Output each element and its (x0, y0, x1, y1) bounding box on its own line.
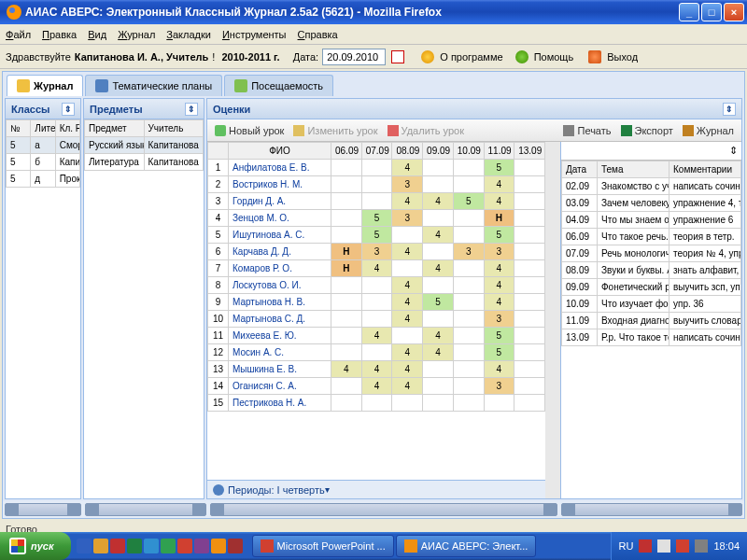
student-row[interactable]: 1Анфилатова Е. В.45 (208, 160, 545, 176)
topic-row[interactable]: 04.09Что мы знаем о руупражнение 6 (562, 212, 741, 229)
classes-table: №ЛитеКл. Ру 5аСморк5бКапит5дПроко (6, 119, 80, 188)
close-button[interactable]: × (724, 3, 744, 21)
student-row[interactable]: 12Мосин А. С.445 (208, 344, 545, 361)
grades-toolbar: Новый урок Изменить урок Удалить урок Пе… (207, 119, 741, 142)
clock[interactable]: 18:04 (713, 540, 740, 552)
ie-icon[interactable] (77, 539, 92, 553)
volume-icon[interactable] (695, 539, 708, 553)
student-row[interactable]: 13Мышкина Е. В.4444 (208, 361, 545, 378)
table-row[interactable]: 5дПроко (7, 171, 80, 188)
edit-lesson-button[interactable]: Изменить урок (289, 123, 381, 138)
topic-row[interactable]: 11.09Входная диагноствыучить словарны (562, 313, 741, 329)
student-row[interactable]: 11Михеева Е. Ю.445 (208, 328, 545, 344)
student-row[interactable]: 5Ишутинова А. С.545 (208, 227, 545, 244)
grades-table[interactable]: ФИО 06.0907.0908.09 09.0910.0911.0913.09… (207, 142, 545, 412)
help-icon[interactable] (515, 50, 529, 63)
excel-icon[interactable] (161, 539, 176, 553)
calendar-icon[interactable] (391, 50, 404, 63)
topics-table[interactable]: ДатаТемаКомментарии 02.09Знакомство с уч… (561, 161, 741, 346)
explorer-icon[interactable] (93, 539, 108, 553)
start-button[interactable]: пуск (0, 532, 71, 560)
attendance-tab-icon (234, 79, 247, 92)
maximize-button[interactable]: □ (701, 3, 722, 21)
topics-panel: ⇕ ДатаТемаКомментарии 02.09Знакомство с … (560, 142, 741, 498)
student-row[interactable]: 3Гордин Д. А.4454 (208, 193, 545, 210)
tray-icon[interactable] (639, 539, 652, 553)
topic-row[interactable]: 13.09Р.р. Что такое текнаписать сочинен (562, 329, 741, 346)
menu-file[interactable]: Файл (6, 29, 31, 40)
topic-row[interactable]: 08.09Звуки и буквы. Алзнать алфавит, у (562, 262, 741, 279)
topic-row[interactable]: 03.09Зачем человеку нуупражнение 4, те (562, 195, 741, 212)
minimize-button[interactable]: _ (679, 3, 699, 21)
tab-journal[interactable]: Журнал (7, 75, 83, 96)
collapse-icon[interactable]: ⇕ (729, 145, 738, 157)
powerpoint-icon[interactable] (177, 539, 192, 553)
subjects-title: Предметы (90, 104, 143, 115)
hscrollbar[interactable] (210, 503, 557, 516)
hscrollbar[interactable] (5, 503, 81, 516)
topic-row[interactable]: 07.09Речь монологичестеория № 4, упр. (562, 245, 741, 262)
grades-panel: Оценки⇕ Новый урок Изменить урок Удалить… (206, 98, 742, 499)
tab-attendance[interactable]: Посещаемость (224, 75, 333, 96)
main-tabs: Журнал Тематические планы Посещаемость (3, 72, 744, 96)
student-row[interactable]: 8Лоскутова О. И.44 (208, 277, 545, 294)
student-row[interactable]: 9Мартынова Н. В.454 (208, 294, 545, 311)
refresh-icon (213, 484, 224, 496)
vertical-scrollbar[interactable] (545, 142, 560, 498)
tab-plans[interactable]: Тематические планы (85, 75, 222, 96)
student-row[interactable]: 4Зенцов М. О.53Н (208, 210, 545, 227)
student-row[interactable]: 6Карчава Д. Д.Н3433 (208, 244, 545, 260)
table-row[interactable]: Русский языкКапитанова (85, 137, 204, 154)
delete-lesson-button[interactable]: Удалить урок (384, 123, 468, 138)
table-row[interactable]: 5аСморк (7, 137, 80, 154)
help-link[interactable]: Помощь (534, 51, 574, 63)
table-row[interactable]: 5бКапит (7, 154, 80, 171)
student-row[interactable]: 7Комаров Р. О.Н444 (208, 260, 545, 277)
taskbar-item-powerpoint[interactable]: Microsoft PowerPoint ... (252, 535, 394, 557)
hscrollbar[interactable] (561, 503, 742, 516)
taskbar-item-firefox[interactable]: АИАС АВЕРС: Элект... (396, 535, 537, 557)
exit-link[interactable]: Выход (607, 51, 638, 63)
window-titlebar: АИАС АВЕРС: Электронный Классный Журнал … (0, 0, 747, 24)
windows-logo-icon (9, 538, 26, 554)
topic-row[interactable]: 09.09Фонетический развыучить зсп, упр (562, 279, 741, 296)
app-icon[interactable] (228, 539, 243, 553)
collapse-icon[interactable]: ⇕ (723, 103, 736, 116)
menu-help[interactable]: Справка (298, 29, 338, 40)
print-button[interactable]: Печать (559, 123, 614, 138)
app-icon[interactable] (127, 539, 142, 553)
topic-row[interactable]: 02.09Знакомство с учебнаписать сочинен (562, 178, 741, 195)
topic-row[interactable]: 10.09Что изучает фонеупр. 36 (562, 296, 741, 313)
journal-button[interactable]: Журнал (679, 123, 738, 138)
menu-tools[interactable]: Инструменты (222, 29, 287, 40)
info-icon[interactable] (421, 50, 434, 63)
menu-bookmarks[interactable]: Закладки (166, 29, 211, 40)
app-icon[interactable] (110, 539, 125, 553)
student-row[interactable]: 14Оганисян С. А.443 (208, 378, 545, 395)
about-link[interactable]: О программе (440, 51, 502, 63)
periods-bar[interactable]: Периоды: I четверть ▾ (207, 480, 545, 498)
word-icon[interactable] (144, 539, 159, 553)
language-indicator[interactable]: RU (619, 540, 634, 552)
tray-icon[interactable] (657, 539, 670, 553)
collapse-icon[interactable]: ⇕ (185, 103, 198, 116)
menu-edit[interactable]: Правка (42, 29, 77, 40)
journal-icon (683, 125, 694, 136)
firefox-icon[interactable] (211, 539, 226, 553)
collapse-icon[interactable]: ⇕ (62, 103, 75, 116)
plus-icon (215, 125, 226, 136)
student-row[interactable]: 2Востриков Н. М.34 (208, 176, 545, 193)
exit-icon[interactable] (588, 50, 601, 63)
table-row[interactable]: ЛитератураКапитанова (85, 154, 204, 171)
hscrollbar[interactable] (85, 503, 206, 516)
menu-view[interactable]: Вид (88, 29, 106, 40)
student-row[interactable]: 15Пестрикова Н. А. (208, 395, 545, 412)
menu-journal[interactable]: Журнал (118, 29, 155, 40)
student-row[interactable]: 10Мартынова С. Д.43 (208, 311, 545, 328)
new-lesson-button[interactable]: Новый урок (211, 123, 288, 138)
topic-row[interactable]: 06.09Что такое речь.теория в тетр. (562, 229, 741, 245)
antivirus-icon[interactable] (676, 539, 689, 553)
export-button[interactable]: Экспорт (617, 123, 677, 138)
date-input[interactable] (322, 49, 386, 65)
app-icon[interactable] (194, 539, 209, 553)
